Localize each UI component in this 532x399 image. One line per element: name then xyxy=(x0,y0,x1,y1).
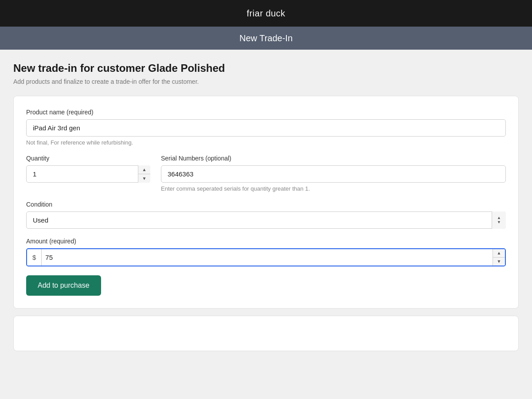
app-title: friar duck xyxy=(246,8,285,19)
amount-spinner-buttons: ▲ ▼ xyxy=(493,249,505,266)
add-to-purchase-button[interactable]: Add to purchase xyxy=(26,275,101,296)
amount-up-button[interactable]: ▲ xyxy=(493,249,505,258)
quantity-down-button[interactable]: ▼ xyxy=(138,174,150,183)
page-heading: New trade-in for customer Glade Polished xyxy=(13,62,519,74)
sub-header-title: New Trade-In xyxy=(239,33,293,43)
serial-numbers-group: Serial Numbers (optional) Enter comma se… xyxy=(161,155,506,192)
amount-input-wrapper: $ ▲ ▼ xyxy=(26,248,506,266)
quantity-serial-row: Quantity ▲ ▼ Serial Numbers (optional) E… xyxy=(26,155,506,192)
product-name-input[interactable] xyxy=(26,119,506,137)
condition-select[interactable]: New Used Refurbished For Parts xyxy=(26,211,506,229)
trade-in-form-card: Product name (required) Not final, For r… xyxy=(13,96,519,309)
sub-header: New Trade-In xyxy=(0,27,532,50)
page-subtext: Add products and finalize to create a tr… xyxy=(13,78,519,85)
serial-numbers-label: Serial Numbers (optional) xyxy=(161,155,506,162)
quantity-label: Quantity xyxy=(26,155,150,162)
main-content: New trade-in for customer Glade Polished… xyxy=(0,50,532,399)
serial-numbers-input[interactable] xyxy=(161,165,506,183)
amount-group: Amount (required) $ ▲ ▼ xyxy=(26,238,506,266)
product-name-label: Product name (required) xyxy=(26,109,506,116)
condition-group: Condition New Used Refurbished For Parts… xyxy=(26,201,506,229)
quantity-input[interactable] xyxy=(26,165,150,183)
serial-numbers-hint: Enter comma seperated serials for quanti… xyxy=(161,185,506,192)
submit-group: Add to purchase xyxy=(26,275,506,296)
quantity-spinner: ▲ ▼ xyxy=(26,165,150,183)
secondary-card xyxy=(13,316,519,351)
condition-select-wrapper: New Used Refurbished For Parts ▲ ▼ xyxy=(26,211,506,229)
product-name-hint: Not final, For reference while refurbish… xyxy=(26,139,506,146)
quantity-up-button[interactable]: ▲ xyxy=(138,165,150,174)
amount-down-button[interactable]: ▼ xyxy=(493,258,505,266)
amount-input[interactable] xyxy=(42,249,493,266)
amount-prefix: $ xyxy=(27,249,42,266)
product-name-group: Product name (required) Not final, For r… xyxy=(26,109,506,146)
amount-label: Amount (required) xyxy=(26,238,506,245)
top-nav: friar duck xyxy=(0,0,532,27)
quantity-group: Quantity ▲ ▼ xyxy=(26,155,150,192)
condition-label: Condition xyxy=(26,201,506,208)
quantity-spinner-buttons: ▲ ▼ xyxy=(138,165,150,183)
